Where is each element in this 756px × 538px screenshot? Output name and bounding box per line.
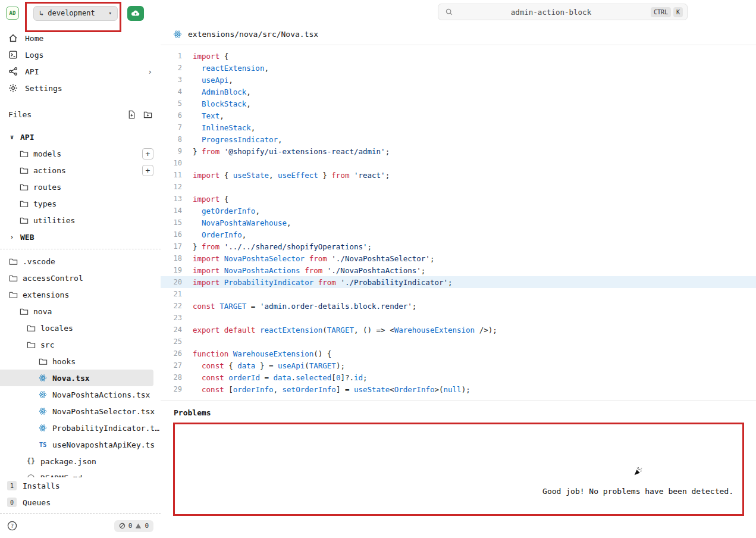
tree-item-types[interactable]: types — [0, 195, 161, 212]
tree-item-novaposhtaactions-tsx[interactable]: NovaPoshtaActions.tsx — [0, 386, 161, 403]
code-line[interactable]: 10 — [161, 157, 756, 169]
tree-item-routes[interactable]: routes — [0, 179, 161, 195]
line-number: 28 — [161, 373, 182, 381]
code-line[interactable]: 24export default reactExtension(TARGET, … — [161, 324, 756, 336]
code-line[interactable]: 25 — [161, 336, 756, 348]
sidebar-nav: HomeLogsAPI›Settings — [0, 26, 161, 96]
avatar[interactable]: AD — [6, 7, 19, 20]
tree-item-utilities[interactable]: utilities — [0, 212, 161, 229]
code-line[interactable]: 17} from '../../shared/shopifyOperations… — [161, 240, 756, 252]
code-line[interactable]: 16 OrderInfo, — [161, 229, 756, 240]
code-line[interactable]: 6 Text, — [161, 110, 756, 121]
tree-item-usenovaposhtaapikey-ts[interactable]: TSuseNovaposhtaApiKey.ts — [0, 436, 161, 453]
code-line[interactable]: 21 — [161, 288, 756, 300]
tree-item-label: API — [20, 133, 34, 142]
tree-item-novaposhtaselector-tsx[interactable]: NovaPoshtaSelector.tsx — [0, 403, 161, 420]
code-line[interactable]: 9} from '@shopify/ui-extensions-react/ad… — [161, 145, 756, 157]
code-line[interactable]: 1import { — [161, 50, 756, 62]
tree-item-label: locales — [40, 324, 73, 333]
tree-item-models[interactable]: models+ — [0, 145, 161, 162]
code-line[interactable]: 27 const { data } = useApi(TARGET); — [161, 359, 756, 371]
party-popper-icon — [633, 465, 643, 478]
code-line[interactable]: 2 reactExtension, — [161, 62, 756, 74]
code-line[interactable]: 18import NovaPoshtaSelector from './Nova… — [161, 252, 756, 264]
code-line[interactable]: 7 InlineStack, — [161, 121, 756, 133]
search-bar[interactable]: admin-action-block CTRL K — [438, 4, 688, 20]
code-line[interactable]: 19import NovaPoshtaActions from './NovaP… — [161, 264, 756, 276]
tree-item-nova[interactable]: nova — [0, 303, 161, 320]
code-line-text: } from '@shopify/ui-extensions-react/adm… — [182, 147, 390, 156]
tree-item-api[interactable]: ∨API — [0, 129, 161, 145]
help-icon[interactable]: ? — [7, 521, 17, 531]
chevron-right-icon: › — [8, 233, 15, 241]
tree-item-package-json[interactable]: {}package.json — [0, 453, 161, 470]
code-line-text: import { — [182, 52, 228, 61]
code-line[interactable]: 5 BlockStack, — [161, 98, 756, 110]
sidebar-item-settings[interactable]: Settings — [0, 80, 161, 96]
sidebar-item-home[interactable]: Home — [0, 30, 161, 46]
code-line[interactable]: 23 — [161, 312, 756, 324]
tree-item-src[interactable]: src — [0, 336, 161, 353]
line-number: 5 — [161, 99, 182, 108]
code-line-text: const orderId = data.selected[0]?.id; — [182, 373, 368, 382]
logs-icon — [8, 50, 18, 60]
tree-item-accesscontrol[interactable]: accessControl — [0, 270, 161, 286]
queues-row[interactable]: 0 Queues — [0, 494, 161, 511]
code-line[interactable]: 8 ProgressIndicator, — [161, 133, 756, 145]
line-number: 8 — [161, 135, 182, 143]
code-line[interactable]: 20import ProbabilityIndicator from './Pr… — [161, 276, 756, 288]
code-line[interactable]: 3 useApi, — [161, 74, 756, 86]
tree-item-extensions[interactable]: extensions — [0, 286, 161, 303]
nav-label: Settings — [25, 84, 62, 93]
status-counters[interactable]: 0 0 — [114, 520, 153, 532]
folder-icon — [26, 324, 36, 333]
react-icon — [38, 374, 48, 382]
environment-label: development — [48, 9, 104, 17]
tree-item-vscode[interactable]: .vscode — [0, 253, 161, 270]
code-line[interactable]: 14 getOrderInfo, — [161, 205, 756, 217]
code-line-text: import NovaPoshtaSelector from './NovaPo… — [182, 254, 434, 263]
tree-item-hooks[interactable]: hooks — [0, 353, 161, 370]
new-folder-button[interactable] — [143, 110, 152, 119]
tree-item-label: package.json — [40, 457, 96, 466]
sidebar-item-logs[interactable]: Logs — [0, 46, 161, 63]
line-number: 2 — [161, 64, 182, 72]
sidebar-item-api[interactable]: API› — [0, 63, 161, 80]
line-number: 14 — [161, 207, 182, 215]
folder-icon — [8, 274, 18, 283]
code-line[interactable]: 26function WarehouseExtension() { — [161, 348, 756, 359]
add-models-button[interactable]: + — [142, 148, 153, 159]
file-tree: ∨APImodels+actions+routestypesutilities›… — [0, 123, 161, 477]
code-line-text: AdminBlock, — [182, 87, 251, 96]
line-number: 6 — [161, 111, 182, 120]
tree-item-probabilityindicator-t[interactable]: ProbabilityIndicator.t… — [0, 420, 161, 436]
tree-item-label: ProbabilityIndicator.t… — [52, 424, 159, 433]
line-number: 24 — [161, 326, 182, 334]
folder-icon — [26, 340, 36, 349]
code-line[interactable]: 15 NovaPoshtaWarehouse, — [161, 217, 756, 229]
add-actions-button[interactable]: + — [142, 165, 153, 176]
deploy-button[interactable] — [127, 6, 144, 21]
code-line-text: import ProbabilityIndicator from './Prob… — [182, 278, 453, 287]
tree-item-web[interactable]: ›WEB — [0, 229, 161, 245]
code-line[interactable]: 29 const [orderInfo, setOrderInfo] = use… — [161, 383, 756, 395]
installs-row[interactable]: 1 Installs — [0, 477, 161, 494]
kbd-k: K — [673, 7, 683, 17]
code-line[interactable]: 22const TARGET = 'admin.order-details.bl… — [161, 300, 756, 312]
problems-panel: Problems Good job! No problems have been… — [161, 400, 756, 538]
code-line-text: NovaPoshtaWarehouse, — [182, 218, 291, 227]
nav-label: API — [25, 67, 39, 76]
code-line[interactable]: 4 AdminBlock, — [161, 86, 756, 98]
code-line[interactable]: 11import { useState, useEffect } from 'r… — [161, 169, 756, 181]
environment-dropdown[interactable]: ↳ development ▾ — [33, 6, 118, 21]
code-line[interactable]: 12 — [161, 181, 756, 193]
tree-item-nova-tsx[interactable]: Nova.tsx — [0, 370, 153, 386]
new-file-button[interactable] — [127, 110, 136, 119]
code-line[interactable]: 28 const orderId = data.selected[0]?.id; — [161, 371, 756, 383]
code-line[interactable]: 13import { — [161, 193, 756, 205]
tree-item-label: nova — [33, 307, 52, 316]
tree-item-locales[interactable]: locales — [0, 320, 161, 336]
tree-item-actions[interactable]: actions+ — [0, 162, 161, 179]
tree-item-readme-md[interactable]: README.md — [0, 470, 161, 477]
api-icon — [8, 67, 18, 76]
